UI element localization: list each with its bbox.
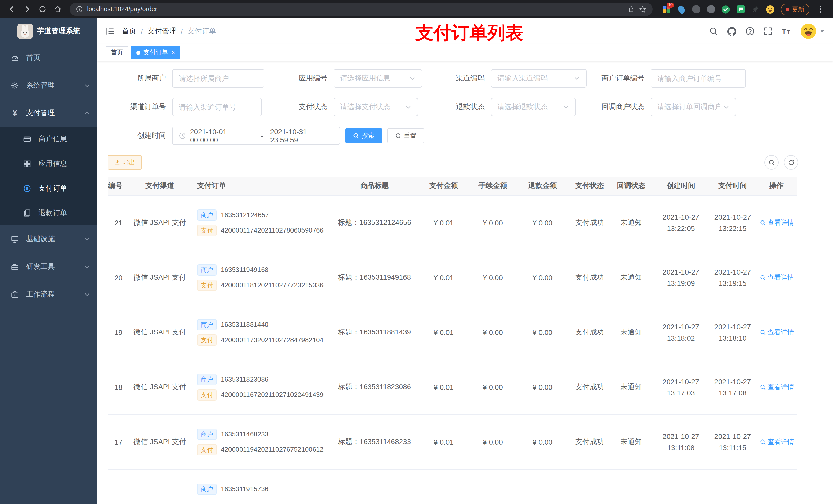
font-size-icon[interactable]: TT [781,27,791,36]
browser-chrome: localhost:1024/pay/order 10 [0,0,833,19]
cell-create-time: 2021-10-2713:17:03 [652,360,710,415]
extension-badge: 10 [667,2,674,7]
cell-channel: 微信 JSAPI 支付 [126,305,193,360]
refund-status-select[interactable]: 请选择退款状态 [491,98,576,116]
cell-channel: 微信 JSAPI 支付 [126,360,193,415]
update-dot [786,7,789,11]
breadcrumb-home[interactable]: 首页 [122,27,136,36]
refresh-table-button[interactable] [784,155,798,170]
create-time-range-input[interactable]: 2021-10-01 00:00:00 - 2021-10-31 23:59:5… [172,126,340,145]
sidebar-item-refund-order[interactable]: 退款订单 [0,201,97,225]
filter-create-time: 创建时间 2021-10-01 00:00:00 - 2021-10-31 23… [108,126,340,145]
date-start[interactable]: 2021-10-01 00:00:00 [190,127,253,144]
view-detail-link[interactable]: 查看详情 [760,328,794,337]
sidebar-item-pay-order[interactable]: 支付订单 [0,176,97,201]
sidebar-item-home[interactable]: 首页 [0,44,97,72]
refund-status-label: 退款状态 [422,102,485,112]
view-detail-link[interactable]: 查看详情 [760,218,794,227]
pin-extension-icon[interactable] [751,5,760,14]
help-icon[interactable] [745,27,755,36]
search-icon[interactable] [709,27,718,36]
cell-order: 商户1635311468233 支付4200001194202110276752… [193,415,331,470]
page-content: 所属商户 应用编号 请选择应用信息 渠道编码 请输入渠道编码 [97,62,833,504]
browser-update-button[interactable]: 更新 [781,3,809,15]
cell-notify: 未通知 [610,305,652,360]
sidebar-item-system[interactable]: 系统管理 [0,72,97,99]
toggle-search-button[interactable] [764,155,779,170]
pay-status-select[interactable]: 请选择支付状态 [334,98,418,116]
cell-amount: ¥ 0.01 [418,305,470,360]
avatar-extension-icon[interactable] [766,5,775,14]
github-icon[interactable] [727,26,737,36]
table-row-partial[interactable]: 商户1635311915736 [108,470,797,504]
table-row[interactable]: 17 微信 JSAPI 支付 商户1635311468233 支付4200001… [108,415,797,470]
extension-green-icon[interactable] [721,5,730,14]
cell-id: 21 [108,195,126,250]
sidebar-item-devtools[interactable]: 研发工具 [0,253,97,281]
merchant-order-no-input[interactable] [651,69,746,88]
breadcrumb-pay[interactable]: 支付管理 [147,27,176,36]
merchant-tag: 商户 [197,374,217,385]
extension-icon[interactable]: 10 [662,5,671,14]
cell-fee: ¥ 0.00 [470,250,516,305]
sidebar-item-workflow[interactable]: 工作流程 [0,281,97,308]
reset-button[interactable]: 重置 [387,128,424,143]
app-logo[interactable]: 芋道管理系统 [0,19,97,44]
table-row[interactable]: 21 微信 JSAPI 支付 商户1635312124657 支付4200001… [108,195,797,250]
cell-order: 商户1635312124657 支付4200001174202110278060… [193,195,331,250]
merchant-input[interactable] [172,69,264,88]
cell-create-time: 2021-10-2713:11:08 [652,415,710,470]
close-tab-icon[interactable]: × [172,50,175,55]
site-info-icon[interactable] [76,6,83,13]
channel-code-select[interactable]: 请输入渠道编码 [491,69,587,88]
drop-extension-icon[interactable] [677,5,686,14]
cell-action: 查看详情 [756,195,797,250]
cell-status: 支付成功 [569,360,610,415]
extension-dark-icon[interactable] [692,5,700,14]
sidebar-item-merchant-info[interactable]: 商户信息 [0,127,97,152]
sidebar-item-pay[interactable]: ¥ 支付管理 [0,99,97,127]
tags-bar: 首页 支付订单 × [97,44,833,62]
user-avatar[interactable] [800,23,817,40]
cell-fee: ¥ 0.00 [470,305,516,360]
channel-order-no-input[interactable] [172,98,262,116]
cell-order: 商户1635311915736 [193,470,331,504]
col-channel: 支付渠道 [126,177,193,195]
sidebar-item-infra[interactable]: 基础设施 [0,225,97,253]
chat-extension-icon[interactable] [736,5,745,14]
svg-text:T: T [782,27,786,35]
table-row[interactable]: 19 微信 JSAPI 支付 商户1635311881440 支付4200001… [108,305,797,360]
search-button[interactable]: 搜索 [345,128,382,143]
table-row[interactable]: 20 微信 JSAPI 支付 商户1635311949168 支付4200001… [108,250,797,305]
view-detail-link[interactable]: 查看详情 [760,383,794,392]
view-detail-link[interactable]: 查看详情 [760,437,794,447]
svg-text:T: T [787,29,790,35]
create-time-label: 创建时间 [108,131,166,140]
tab-home[interactable]: 首页 [105,46,128,59]
address-bar[interactable]: localhost:1024/pay/order [70,3,653,16]
cell-pay-time: 2021-10-2713:19:15 [710,250,756,305]
browser-forward-icon[interactable] [21,3,34,16]
user-menu[interactable] [800,23,825,40]
col-pay-time: 支付时间 [710,177,756,195]
browser-home-icon[interactable] [51,3,65,16]
bookmark-star-icon[interactable] [639,5,646,13]
cell-notify: 未通知 [610,250,652,305]
top-navbar: 首页 / 支付管理 / 支付订单 支付订单列表 [97,19,833,44]
table-row[interactable]: 18 微信 JSAPI 支付 商户1635311823086 支付4200001… [108,360,797,415]
app-no-select[interactable]: 请选择应用信息 [334,69,422,88]
export-button[interactable]: 导出 [108,155,142,170]
date-end[interactable]: 2021-10-31 23:59:59 [270,127,334,144]
view-detail-link[interactable]: 查看详情 [760,273,794,282]
sidebar-item-app-info[interactable]: 应用信息 [0,152,97,176]
share-icon[interactable] [627,6,635,13]
extension-dark2-icon[interactable] [707,5,715,14]
browser-reload-icon[interactable] [36,3,49,16]
notify-status-select[interactable]: 请选择订单回调商户状态 [651,98,736,116]
fullscreen-icon[interactable] [763,27,772,36]
url-text[interactable]: localhost:1024/pay/order [87,6,623,13]
sidebar-toggle-icon[interactable] [105,27,115,36]
browser-back-icon[interactable] [5,3,19,16]
browser-menu-icon[interactable] [815,5,824,13]
tab-pay-order[interactable]: 支付订单 × [131,46,180,59]
